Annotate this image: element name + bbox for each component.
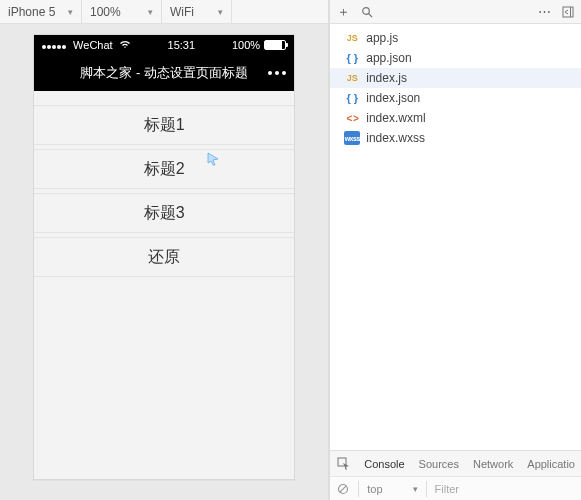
simulator-toolbar: iPhone 5 ▾ 100% ▾ WiFi ▾: [0, 0, 328, 24]
inspect-icon[interactable]: [336, 457, 350, 471]
network-select[interactable]: WiFi ▾: [162, 0, 232, 23]
file-name-label: app.js: [366, 31, 398, 45]
file-name-label: index.js: [366, 71, 407, 85]
phone-status-bar: WeChat 15:31 100%: [34, 35, 294, 55]
simulator-stage: WeChat 15:31 100% 脚本之家 - 动态设置页面标题: [0, 24, 328, 500]
list-item-label: 标题1: [144, 115, 185, 136]
file-name-label: index.json: [366, 91, 420, 105]
device-select[interactable]: iPhone 5 ▾: [0, 0, 82, 23]
list-item-label: 标题3: [144, 203, 185, 224]
battery-pct-label: 100%: [232, 39, 260, 51]
nav-title: 脚本之家 - 动态设置页面标题: [80, 64, 248, 82]
separator: [358, 481, 359, 497]
file-row[interactable]: { }index.json: [330, 88, 581, 108]
collapse-panel-icon[interactable]: [561, 5, 575, 19]
list-item-label: 标题2: [144, 159, 185, 180]
file-row[interactable]: JSindex.js: [330, 68, 581, 88]
list-item[interactable]: 标题3: [34, 193, 294, 233]
chevron-down-icon: ▾: [148, 7, 153, 17]
console-filter-input[interactable]: Filter: [435, 483, 459, 495]
simulator-pane: iPhone 5 ▾ 100% ▾ WiFi ▾ WeChat: [0, 0, 329, 500]
devtools-tab-network[interactable]: Network: [473, 458, 513, 470]
js-file-icon: JS: [344, 31, 360, 45]
chevron-down-icon: ▾: [218, 7, 223, 17]
console-bar: top ▾ Filter: [330, 476, 581, 500]
file-tree: JSapp.js{ }app.jsonJSindex.js{ }index.js…: [330, 24, 581, 450]
signal-icon: [42, 39, 67, 51]
console-context-select[interactable]: top ▾: [367, 483, 417, 495]
file-row[interactable]: < >index.wxml: [330, 108, 581, 128]
zoom-select-label: 100%: [90, 5, 121, 19]
clock-label: 15:31: [168, 39, 196, 51]
wifi-icon: [119, 39, 131, 51]
wxss-file-icon: wxss: [344, 131, 360, 145]
wxml-file-icon: < >: [344, 111, 360, 125]
svg-line-6: [340, 485, 346, 491]
devtools-tab-console[interactable]: Console: [364, 458, 404, 470]
add-icon[interactable]: ＋: [336, 5, 350, 19]
carrier-label: WeChat: [73, 39, 113, 51]
file-row[interactable]: wxssindex.wxss: [330, 128, 581, 148]
list-item[interactable]: 还原: [34, 237, 294, 277]
file-row[interactable]: JSapp.js: [330, 28, 581, 48]
list-item[interactable]: 标题2: [34, 149, 294, 189]
zoom-select[interactable]: 100% ▾: [82, 0, 162, 23]
file-name-label: app.json: [366, 51, 411, 65]
chevron-down-icon: ▾: [68, 7, 73, 17]
phone-page: 标题1 标题2 标题3 还原: [34, 91, 294, 277]
search-icon[interactable]: [360, 5, 374, 19]
devtools-tabs: ConsoleSourcesNetworkApplicatio: [330, 450, 581, 476]
json-file-icon: { }: [344, 51, 360, 65]
console-context-label: top: [367, 483, 382, 495]
separator: [426, 481, 427, 497]
device-select-label: iPhone 5: [8, 5, 55, 19]
battery-icon: [264, 40, 286, 50]
js-file-icon: JS: [344, 71, 360, 85]
editor-toolbar: ＋ ⋯: [330, 0, 581, 24]
svg-point-0: [363, 7, 370, 14]
devtools-tab-sources[interactable]: Sources: [419, 458, 459, 470]
list-item-label: 还原: [148, 247, 180, 268]
more-icon[interactable]: ⋯: [537, 5, 551, 19]
json-file-icon: { }: [344, 91, 360, 105]
file-name-label: index.wxml: [366, 111, 425, 125]
nav-menu-icon[interactable]: [268, 71, 286, 75]
devtools-tab-applicatio[interactable]: Applicatio: [527, 458, 575, 470]
phone-frame: WeChat 15:31 100% 脚本之家 - 动态设置页面标题: [33, 34, 295, 480]
file-row[interactable]: { }app.json: [330, 48, 581, 68]
right-pane: ＋ ⋯ JSapp.js{ }app.jsonJSindex.js{ }inde…: [329, 0, 581, 500]
svg-line-1: [369, 13, 372, 16]
chevron-down-icon: ▾: [413, 484, 418, 494]
network-select-label: WiFi: [170, 5, 194, 19]
clear-console-icon[interactable]: [336, 482, 350, 496]
list-item[interactable]: 标题1: [34, 105, 294, 145]
phone-nav-bar: 脚本之家 - 动态设置页面标题: [34, 55, 294, 91]
file-name-label: index.wxss: [366, 131, 425, 145]
